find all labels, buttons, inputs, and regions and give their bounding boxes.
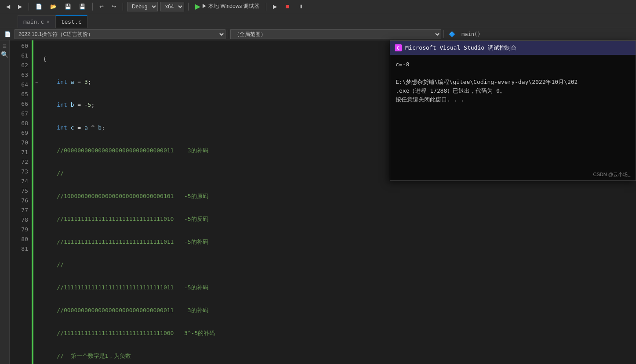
console-title: Microsoft Visual Studio 调试控制台 — [405, 44, 516, 52]
debug-run-button[interactable]: ▶ — [270, 3, 280, 11]
console-content: c=-8 E:\梦想杂货铺\编程\gitee\Coding-every-day\… — [390, 55, 636, 180]
line-numbers: 60 61 62 63 64 65 66 67 68 69 70 71 72 7… — [10, 40, 32, 364]
ln-72: 72 — [10, 157, 28, 167]
toolbar: ◀ ▶ 📄 📂 💾 💾 ↩ ↪ Debug x64 ▶ ▶ 本地 Windows… — [0, 0, 636, 13]
redo-button[interactable]: ↪ — [109, 3, 119, 11]
ln-60: 60 — [10, 41, 28, 51]
play-icon: ▶ — [195, 2, 200, 11]
debug-config-select[interactable]: Debug — [127, 2, 158, 11]
ln-74: 74 — [10, 177, 28, 186]
code-line-70: //11111111111111111111111111111011 -5的补码 — [40, 283, 636, 292]
ln-65: 65 — [10, 90, 28, 99]
tabbar: main.c × test.c — [0, 13, 636, 28]
green-bar — [32, 40, 33, 364]
nav-sep-1 — [228, 30, 228, 38]
watermark: CSDN @云小场_ — [593, 171, 630, 178]
tab-test-c-label: test.c — [61, 18, 82, 25]
toolbar-sep-5 — [266, 3, 266, 11]
console-path-1: E:\梦想杂货铺\编程\gitee\Coding-every-day\2022年… — [396, 78, 630, 86]
code-line-69: // — [40, 260, 636, 270]
code-line-73: // 第一个数字是1，为负数 — [40, 351, 636, 361]
tab-main-c-close[interactable]: × — [47, 19, 50, 25]
ln-63: 63 — [10, 70, 28, 80]
ln-73: 73 — [10, 167, 28, 177]
ln-64: 64 — [10, 80, 28, 90]
new-file-button[interactable]: 📄 — [33, 3, 45, 11]
code-line-66: //10000000000000000000000000000101 -5的原码 — [40, 191, 636, 201]
save-button[interactable]: 💾 — [62, 3, 74, 11]
ln-68: 68 — [10, 119, 28, 128]
gutter: − — [32, 40, 40, 364]
arch-select[interactable]: x64 — [160, 2, 184, 11]
code-line-67: //11111111111111111111111111111010 -5的反码 — [40, 214, 636, 224]
nav-scope-select[interactable]: 2022.10.1操作符（C语言初阶） — [15, 29, 225, 39]
ln-77: 77 — [10, 205, 28, 215]
editor-main: ≡ 🔍 60 61 62 63 64 65 66 67 68 69 70 — [0, 40, 636, 364]
sidebar-icon-1[interactable]: ≡ — [3, 42, 6, 49]
ln-70: 70 — [10, 138, 28, 148]
ln-79: 79 — [10, 225, 28, 234]
code-line-71: //00000000000000000000000000000011 3的补码 — [40, 306, 636, 315]
tab-main-c-label: main.c — [23, 18, 44, 25]
nav-sep-2 — [443, 30, 444, 38]
nav-file-icon: 📄 — [2, 29, 14, 39]
ln-80: 80 — [10, 234, 28, 244]
nav-function-icon: 🔷 — [446, 29, 458, 39]
nav-function-label: main() — [459, 29, 483, 39]
fold-icon-64[interactable]: − — [33, 79, 40, 85]
toolbar-sep-2 — [92, 3, 93, 11]
save-all-button[interactable]: 💾 — [76, 3, 88, 11]
run-button[interactable]: ▶ ▶ 本地 Windows 调试器 — [193, 1, 262, 11]
toolbar-sep-3 — [123, 3, 123, 11]
ln-75: 75 — [10, 186, 28, 196]
run-label: ▶ 本地 Windows 调试器 — [202, 3, 259, 10]
ln-81: 81 — [10, 244, 28, 254]
forward-button[interactable]: ▶ — [15, 3, 25, 11]
code-line-72: //11111111111111111111111111111000 3^-5的… — [40, 328, 636, 338]
console-output-1: c=-8 — [396, 60, 630, 69]
sidebar-icon-2[interactable]: 🔍 — [1, 51, 8, 58]
ln-62: 62 — [10, 61, 28, 70]
console-titlebar: C Microsoft Visual Studio 调试控制台 — [390, 41, 636, 55]
debug-pause-button[interactable]: ⏸ — [295, 3, 306, 11]
editor-container: ≡ 🔍 60 61 62 63 64 65 66 67 68 69 70 — [0, 40, 636, 294]
ln-76: 76 — [10, 196, 28, 205]
open-button[interactable]: 📂 — [47, 3, 59, 11]
ln-71: 71 — [10, 148, 28, 157]
console-keypress: 按任意键关闭此窗口. . . — [396, 95, 630, 104]
ln-66: 66 — [10, 99, 28, 109]
tab-test-c[interactable]: test.c — [55, 15, 87, 28]
ln-78: 78 — [10, 215, 28, 225]
console-output-blank — [396, 69, 630, 78]
navbar: 📄 2022.10.1操作符（C语言初阶） （全局范围） 🔷 main() — [0, 28, 636, 40]
console-icon: C — [395, 44, 402, 51]
debug-stop-button[interactable]: ⏹ — [282, 3, 293, 11]
back-button[interactable]: ◀ — [4, 3, 13, 11]
nav-global-select[interactable]: （全局范围） — [230, 29, 441, 39]
ln-69: 69 — [10, 128, 28, 138]
toolbar-sep-1 — [29, 3, 29, 11]
console-path-2: .exe（进程 17288）已退出，代码为 0。 — [396, 86, 630, 95]
undo-button[interactable]: ↩ — [97, 3, 106, 11]
toolbar-sep-4 — [188, 3, 189, 11]
code-line-68: //11111111111111111111111111111011 -5的补码 — [40, 237, 636, 247]
left-sidebar: ≡ 🔍 — [0, 40, 10, 364]
tab-main-c[interactable]: main.c × — [18, 15, 55, 28]
console-overlay: C Microsoft Visual Studio 调试控制台 c=-8 E:\… — [390, 40, 636, 181]
ln-61: 61 — [10, 51, 28, 61]
ln-67: 67 — [10, 109, 28, 119]
